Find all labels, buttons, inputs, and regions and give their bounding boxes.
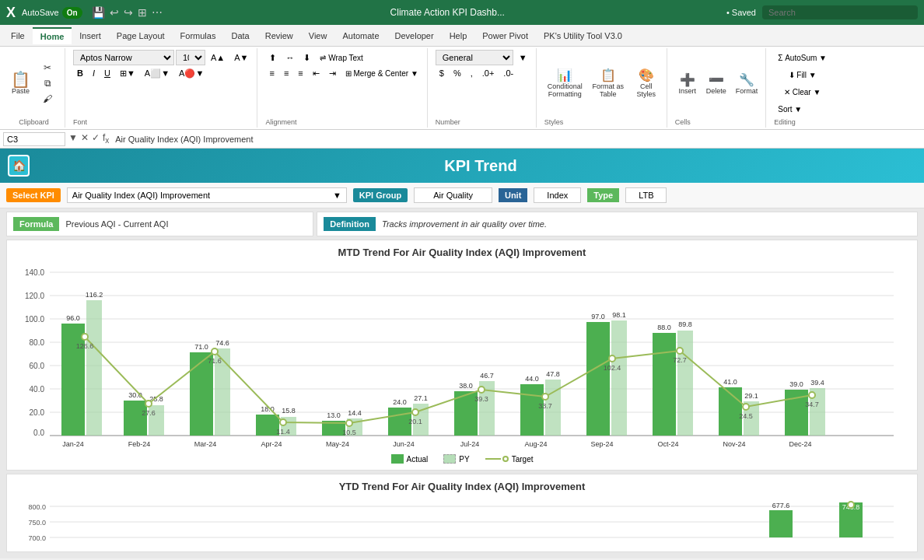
sort-filter-button[interactable]: Sort ▼ — [774, 101, 806, 117]
formula-definition-row: Formula Previous AQI - Current AQI Defin… — [6, 212, 918, 236]
cell-reference-input[interactable] — [3, 132, 65, 146]
format-as-table-button[interactable]: 📋 Format as Table — [589, 66, 628, 100]
bar-sep-actual — [586, 322, 610, 436]
tab-help[interactable]: Help — [442, 28, 475, 44]
percent-button[interactable]: % — [450, 65, 465, 81]
more-icon[interactable]: ⋯ — [152, 6, 163, 19]
fill-button[interactable]: ⬇ Fill ▼ — [774, 67, 831, 82]
alignment-label: Alignment — [265, 117, 422, 126]
paste-icon: 📋 — [11, 72, 30, 87]
font-row2: B I U ⊞▼ A⬜▼ A🔴▼ — [73, 65, 252, 81]
svg-text:Aug-24: Aug-24 — [524, 440, 547, 448]
format-button[interactable]: 🔧 Format — [733, 71, 761, 96]
legend-actual: Actual — [391, 454, 429, 464]
definition-section: Definition Tracks improvement in air qua… — [317, 212, 918, 236]
copy-button[interactable]: ⧉ — [35, 76, 60, 90]
tab-home[interactable]: Home — [33, 27, 72, 44]
conditional-formatting-button[interactable]: 📊 Conditional Formatting — [544, 66, 586, 100]
merge-center-button[interactable]: ⊞ Merge & Center ▼ — [341, 65, 422, 81]
svg-text:38.0: 38.0 — [459, 382, 473, 390]
excel-logo: X — [6, 5, 16, 21]
font-grow-button[interactable]: A▲ — [207, 50, 229, 65]
tab-page-layout[interactable]: Page Layout — [109, 28, 173, 44]
bold-button[interactable]: B — [73, 65, 87, 81]
align-top-button[interactable]: ⬆ — [265, 50, 280, 65]
tab-power-pivot[interactable]: Power Pivot — [474, 28, 536, 44]
decimal-increase-button[interactable]: .0+ — [478, 65, 499, 81]
cell-styles-button[interactable]: 🎨 Cell Styles — [631, 66, 662, 100]
align-middle-button[interactable]: ↔ — [282, 50, 298, 65]
italic-button[interactable]: I — [89, 65, 99, 81]
ribbon-toolbar: 📋 Paste ✂ ⧉ 🖌 Clipboard Aptos Narrow 10 … — [0, 47, 924, 130]
table-icon[interactable]: ⊞ — [138, 6, 147, 19]
home-icon[interactable]: 🏠 — [8, 155, 30, 177]
kpi-group-value: Air Quality — [414, 187, 492, 203]
tab-developer[interactable]: Developer — [387, 28, 442, 44]
kpi-trend-header: 🏠 KPI Trend — [0, 149, 924, 183]
svg-text:Mar-24: Mar-24 — [194, 440, 217, 448]
tab-view[interactable]: View — [301, 28, 335, 44]
number-row1: General ▼ — [436, 50, 531, 65]
svg-text:Feb-24: Feb-24 — [128, 440, 151, 448]
underline-button[interactable]: U — [100, 65, 114, 81]
tab-formulas[interactable]: Formulas — [173, 28, 224, 44]
svg-text:140.0: 140.0 — [25, 268, 44, 277]
cancel-icon[interactable]: ✕ — [81, 132, 89, 145]
save-icon[interactable]: 💾 — [92, 6, 105, 19]
mtd-chart-svg: 140.0 120.0 100.0 80.0 60.0 40.0 20.0 0.… — [13, 264, 911, 451]
font-shrink-button[interactable]: A▼ — [230, 50, 252, 65]
formula-tag: Formula — [13, 217, 59, 231]
svg-text:47.8: 47.8 — [546, 370, 560, 378]
svg-text:97.0: 97.0 — [591, 313, 605, 320]
clear-button[interactable]: ✕ Clear ▼ — [774, 84, 831, 100]
bar-jan-py — [86, 300, 102, 436]
conditional-icon: 📊 — [557, 68, 572, 82]
currency-button[interactable]: $ — [436, 65, 448, 81]
tab-data[interactable]: Data — [223, 28, 257, 44]
font-size-selector[interactable]: 10 — [176, 50, 205, 65]
comma-button[interactable]: , — [467, 65, 477, 81]
select-kpi-dropdown[interactable]: Air Quality Index (AQI) Improvement ▼ — [67, 187, 347, 203]
bar-feb-actual — [124, 401, 147, 436]
undo-icon[interactable]: ↩ — [110, 6, 119, 19]
align-left-button[interactable]: ≡ — [265, 65, 278, 81]
format-painter-button[interactable]: 🖌 — [35, 92, 60, 106]
autosum-button[interactable]: Σ AutoSum ▼ — [774, 50, 831, 65]
number-dropdown-button[interactable]: ▼ — [515, 50, 531, 65]
cut-button[interactable]: ✂ — [35, 61, 60, 75]
number-format-selector[interactable]: General — [436, 50, 513, 65]
formula-section: Formula Previous AQI - Current AQI — [6, 212, 313, 236]
target-point-may — [346, 420, 352, 426]
align-center-button[interactable]: ≡ — [280, 65, 292, 81]
paste-button[interactable]: 📋 Paste — [8, 70, 33, 96]
autosave-toggle[interactable]: On — [62, 7, 82, 19]
font-color-button[interactable]: A🔴▼ — [175, 65, 208, 81]
font-selector[interactable]: Aptos Narrow — [73, 50, 174, 65]
align-right-button[interactable]: ≡ — [294, 65, 306, 81]
paste-label: Paste — [12, 87, 30, 95]
fill-color-button[interactable]: A⬜▼ — [141, 65, 173, 81]
function-icon[interactable]: fx — [103, 132, 109, 145]
align-bottom-button[interactable]: ⬇ — [299, 50, 314, 65]
svg-text:27.6: 27.6 — [142, 409, 156, 417]
indent-decrease-button[interactable]: ⇤ — [309, 65, 324, 81]
tab-automate[interactable]: Automate — [334, 28, 387, 44]
formula-icons: ▼ ✕ ✓ fx — [68, 132, 109, 145]
search-input[interactable] — [762, 5, 918, 19]
indent-increase-button[interactable]: ⇥ — [325, 65, 340, 81]
insert-button[interactable]: ➕ Insert — [675, 71, 700, 96]
tab-review[interactable]: Review — [257, 28, 301, 44]
tab-insert[interactable]: Insert — [72, 28, 109, 44]
wrap-text-button[interactable]: ⇌ Wrap Text — [316, 50, 366, 65]
cell-styles2-label: Styles — [636, 90, 656, 98]
svg-text:74.6: 74.6 — [215, 339, 229, 347]
redo-icon[interactable]: ↪ — [124, 6, 133, 19]
confirm-icon[interactable]: ✓ — [92, 132, 100, 145]
delete-button[interactable]: ➖ Delete — [703, 71, 730, 96]
legend-actual-label: Actual — [407, 455, 429, 464]
tab-file[interactable]: File — [3, 28, 33, 44]
tab-pk-utility[interactable]: PK's Utility Tool V3.0 — [536, 28, 630, 44]
expand-icon[interactable]: ▼ — [68, 132, 78, 145]
border-button[interactable]: ⊞▼ — [116, 65, 139, 81]
decimal-decrease-button[interactable]: .0- — [499, 65, 517, 81]
